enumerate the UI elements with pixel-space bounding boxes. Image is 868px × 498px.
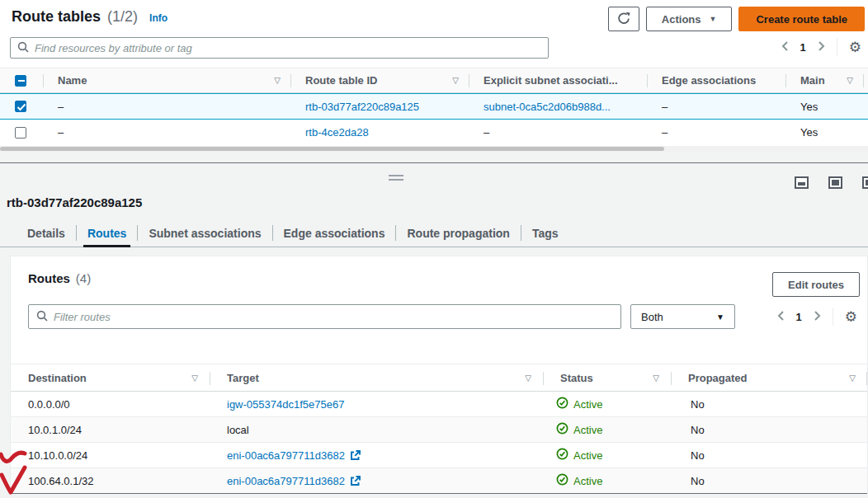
refresh-icon <box>617 12 630 27</box>
search-icon <box>36 310 48 324</box>
status-active-icon <box>556 422 568 437</box>
settings-gear-icon[interactable]: ⚙ <box>849 40 861 54</box>
actions-button[interactable]: Actions ▼ <box>646 7 733 31</box>
sort-icon[interactable]: ▽ <box>452 76 459 85</box>
cell-main: Yes <box>785 94 863 119</box>
layout-side-panel-icon[interactable] <box>862 176 868 189</box>
target-link[interactable]: igw-055374dc1f5e75e67 <box>227 398 344 411</box>
tab-edge-associations[interactable]: Edge associations <box>273 219 396 247</box>
refresh-button[interactable] <box>608 7 639 31</box>
filter-routes-input[interactable] <box>54 311 613 323</box>
column-header-destination[interactable]: Destination ▽ <box>11 364 210 391</box>
routes-table: Destination ▽ Target ▽ Status ▽ Propagat… <box>11 364 867 494</box>
create-button-label: Create route table <box>756 13 847 26</box>
tab-subnet-associations[interactable]: Subnet associations <box>138 219 271 247</box>
page-header: Route tables (1/2) Info <box>12 8 167 26</box>
row-checkbox[interactable] <box>15 101 26 112</box>
status-active-icon <box>556 397 568 411</box>
status-active-icon <box>556 448 568 463</box>
detail-pane: rtb-03d77af220c89a125 Details Routes Sub… <box>0 152 868 498</box>
layout-bottom-panel-icon[interactable] <box>795 176 809 189</box>
layout-full-panel-icon[interactable] <box>828 176 842 189</box>
column-header-propagated[interactable]: Propagated ▽ <box>671 364 867 391</box>
tab-routes[interactable]: Routes <box>77 219 137 247</box>
column-header-edge-associations[interactable]: Edge associations <box>647 68 785 92</box>
cell-edge: – <box>647 120 785 145</box>
filter-routes-bar[interactable] <box>28 304 621 329</box>
divider <box>833 308 833 326</box>
subnet-link[interactable]: subnet-0ca5c2d06b988d... <box>484 101 611 113</box>
search-input[interactable] <box>35 42 541 54</box>
create-route-table-button[interactable]: Create route table <box>738 7 865 31</box>
cell-edge: – <box>647 94 785 119</box>
column-header-target[interactable]: Target ▽ <box>210 364 543 391</box>
cell-name: – <box>43 120 290 145</box>
pane-divider <box>0 162 868 163</box>
cell-destination: 10.10.0.0/24 <box>11 443 210 467</box>
routes-title: Routes <box>28 271 70 285</box>
cell-subnet: – <box>469 120 647 145</box>
route-tables-table: Name ▽ Route table ID ▽ Explicit subnet … <box>0 68 868 145</box>
edit-routes-button[interactable]: Edit routes <box>772 272 860 297</box>
next-page-button[interactable] <box>818 40 825 54</box>
prev-page-button[interactable] <box>781 40 789 54</box>
cell-propagated: No <box>671 392 867 416</box>
sort-icon[interactable]: ▽ <box>653 374 659 383</box>
route-row[interactable]: 100.64.0.1/32 eni-00ac6a797711d3682 <box>11 468 867 494</box>
chevron-down-icon: ▼ <box>710 15 717 23</box>
cell-target: local <box>210 417 543 442</box>
select-all-checkbox[interactable] <box>15 75 26 87</box>
prev-page-button[interactable] <box>777 310 785 324</box>
external-link-icon[interactable] <box>350 450 361 461</box>
route-filter-dropdown[interactable]: Both ▼ <box>630 304 735 329</box>
cell-destination: 0.0.0.0/0 <box>11 392 210 416</box>
route-row[interactable]: 0.0.0.0/0 igw-055374dc1f5e75e67 Active N… <box>11 392 867 417</box>
route-row[interactable]: 10.10.0.0/24 eni-00ac6a797711d3682 <box>11 443 867 468</box>
column-header-main[interactable]: Main ▽ <box>785 68 863 92</box>
cell-name: – <box>43 94 290 119</box>
current-page[interactable]: 1 <box>800 41 806 54</box>
current-page[interactable]: 1 <box>796 311 802 323</box>
row-checkbox[interactable] <box>15 127 26 139</box>
tab-details[interactable]: Details <box>17 219 76 247</box>
sort-icon[interactable]: ▽ <box>849 374 856 383</box>
column-header-status[interactable]: Status ▽ <box>543 364 671 391</box>
column-header-route-table-id[interactable]: Route table ID ▽ <box>290 68 469 92</box>
sort-icon[interactable]: ▽ <box>191 374 198 383</box>
search-bar[interactable] <box>10 37 549 59</box>
sort-icon[interactable]: ▽ <box>847 76 853 85</box>
status-active-icon <box>556 473 568 488</box>
sort-icon[interactable]: ▽ <box>525 374 531 383</box>
target-link[interactable]: eni-00ac6a797711d3682 <box>227 475 345 487</box>
cell-destination: 100.64.0.1/32 <box>11 468 210 493</box>
status-label: Active <box>573 449 602 462</box>
table-row[interactable]: – rtb-4ce2da28 – – Yes <box>0 120 868 145</box>
table-header-row: Name ▽ Route table ID ▽ Explicit subnet … <box>0 68 868 93</box>
target-link[interactable]: eni-00ac6a797711d3682 <box>227 449 345 462</box>
route-table-id-link[interactable]: rtb-03d77af220c89a125 <box>305 101 419 113</box>
next-page-button[interactable] <box>814 310 821 324</box>
routes-count: (4) <box>76 271 91 285</box>
route-table-id-link[interactable]: rtb-4ce2da28 <box>305 126 369 139</box>
tab-tags[interactable]: Tags <box>521 219 569 247</box>
sort-icon[interactable]: ▽ <box>274 76 281 85</box>
route-row[interactable]: 10.0.1.0/24 local Active No <box>11 417 867 443</box>
chevron-down-icon: ▼ <box>716 312 724 322</box>
scrollbar-thumb[interactable] <box>0 147 664 151</box>
cell-propagated: No <box>671 468 867 493</box>
column-header-explicit-subnet[interactable]: Explicit subnet associati... <box>469 68 647 92</box>
tab-route-propagation[interactable]: Route propagation <box>396 219 520 247</box>
actions-button-label: Actions <box>662 13 701 26</box>
external-link-icon[interactable] <box>350 476 361 486</box>
horizontal-scrollbar[interactable] <box>0 146 868 152</box>
column-header-name[interactable]: Name ▽ <box>43 68 290 92</box>
detail-heading: rtb-03d77af220c89a125 <box>7 195 142 209</box>
cell-propagated: No <box>671 443 867 467</box>
routes-panel: Routes (4) Edit routes Both <box>10 256 868 494</box>
cell-propagated: No <box>671 417 867 442</box>
cell-destination: 10.0.1.0/24 <box>11 417 210 442</box>
info-link[interactable]: Info <box>149 12 167 24</box>
pane-resize-handle[interactable] <box>389 175 403 183</box>
table-row[interactable]: – rtb-03d77af220c89a125 subnet-0ca5c2d06… <box>0 93 868 120</box>
settings-gear-icon[interactable]: ⚙ <box>845 310 857 324</box>
